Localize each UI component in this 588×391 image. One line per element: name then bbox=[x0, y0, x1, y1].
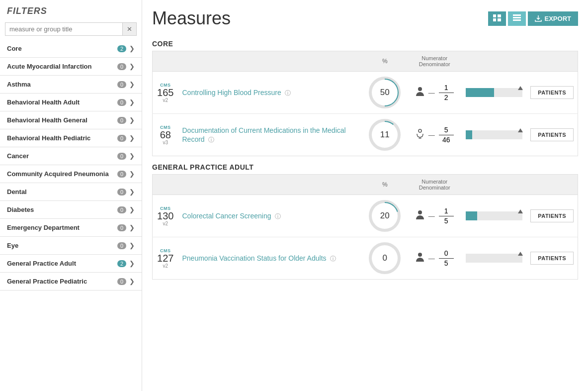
bar-marker-gpa-0 bbox=[518, 209, 523, 213]
section-title-gpa: GENERAL PRACTICE ADULT bbox=[152, 163, 578, 171]
cms-version: v2 bbox=[157, 221, 174, 226]
sidebar-item-dental[interactable]: Dental0❯ bbox=[0, 183, 142, 201]
info-icon-gpa-0: ⓘ bbox=[275, 213, 281, 220]
sidebar-arrow-cancer: ❯ bbox=[129, 152, 135, 160]
circle-value-core-0: 50 bbox=[372, 80, 398, 105]
sidebar-arrow-dental: ❯ bbox=[129, 188, 135, 196]
measure-row-gpa-1: CMS 127 v2 Pneumonia Vaccination Status … bbox=[153, 237, 578, 280]
view-list-button[interactable] bbox=[508, 11, 526, 26]
nd-cell-gpa-0: — 1 5 bbox=[407, 195, 462, 237]
view-card-button[interactable] bbox=[488, 11, 506, 26]
cms-cell-gpa-0: CMS 130 v2 bbox=[153, 195, 178, 237]
cms-cell-gpa-1: CMS 127 v2 bbox=[153, 237, 178, 280]
sidebar-item-ed[interactable]: Emergency Department0❯ bbox=[0, 219, 142, 237]
measure-name-link-core-0[interactable]: Controlling High Blood Pressure bbox=[182, 89, 281, 97]
measure-name-cell-core-1: Documentation of Current Medications in … bbox=[178, 114, 363, 156]
measure-name-link-core-1[interactable]: Documentation of Current Medications in … bbox=[182, 126, 346, 143]
sidebar-item-label-dental: Dental bbox=[7, 188, 117, 196]
sidebar-item-asthma[interactable]: Asthma0❯ bbox=[0, 76, 142, 94]
sidebar-arrow-core: ❯ bbox=[129, 45, 135, 52]
nd-fraction-gpa-0: 1 5 bbox=[439, 207, 454, 225]
search-clear-button[interactable]: ✕ bbox=[123, 22, 137, 36]
sidebar-arrow-ed: ❯ bbox=[129, 224, 135, 231]
svg-rect-6 bbox=[513, 19, 521, 21]
denominator-core-0: 2 bbox=[444, 94, 448, 102]
svg-point-7 bbox=[418, 87, 422, 91]
patients-button-core-0[interactable]: PATIENTS bbox=[530, 86, 574, 99]
sidebar-item-label-core: Core bbox=[7, 45, 117, 52]
export-label: EXPORT bbox=[545, 15, 571, 22]
sidebar-item-label-gpp: General Practice Pediatric bbox=[7, 278, 117, 285]
bar-cell-gpa-1 bbox=[462, 237, 526, 280]
sidebar-item-gpp[interactable]: General Practice Pediatric0❯ bbox=[0, 273, 142, 291]
bar-bg-gpa-0 bbox=[466, 211, 522, 220]
patients-cell-core-0: PATIENTS bbox=[526, 72, 578, 114]
page-title: Measures bbox=[152, 8, 231, 29]
bar-cell-gpa-0 bbox=[462, 195, 526, 237]
svg-rect-0 bbox=[493, 14, 496, 17]
sidebar-badge-bhg: 0 bbox=[117, 117, 126, 124]
col-nd: Numerator Denominator bbox=[407, 175, 462, 195]
col-percent: % bbox=[362, 175, 407, 195]
bar-marker-core-0 bbox=[518, 86, 523, 90]
measure-name-link-gpa-0[interactable]: Colorectal Cancer Screening bbox=[182, 212, 271, 220]
cms-number: 127 bbox=[157, 253, 174, 263]
nd-person-icon-core-0 bbox=[416, 87, 424, 98]
sidebar-badge-gpa: 2 bbox=[117, 260, 126, 267]
sidebar-item-bhg[interactable]: Behavioral Health General0❯ bbox=[0, 111, 142, 129]
denominator-core-1: 46 bbox=[442, 136, 450, 144]
sidebar-arrow-bhp: ❯ bbox=[129, 134, 135, 142]
sidebar-item-gpa[interactable]: General Practice Adult2❯ bbox=[0, 255, 142, 273]
bar-container-gpa-0 bbox=[466, 208, 522, 223]
patients-cell-gpa-0: PATIENTS bbox=[526, 195, 578, 237]
col-nd: Numerator Denominator bbox=[407, 51, 462, 72]
patients-button-core-1[interactable]: PATIENTS bbox=[530, 128, 574, 141]
cms-version: v2 bbox=[157, 98, 174, 103]
percent-cell-gpa-1: 0 bbox=[362, 237, 407, 280]
sidebar-item-label-bhg: Behavioral Health General bbox=[7, 116, 117, 124]
sidebar-badge-dental: 0 bbox=[117, 189, 126, 196]
sidebar-arrow-diabetes: ❯ bbox=[129, 206, 135, 213]
sidebar-item-bha[interactable]: Behavioral Health Adult0❯ bbox=[0, 94, 142, 111]
sidebar-badge-cap: 0 bbox=[117, 171, 126, 178]
nd-fraction-core-0: 1 2 bbox=[439, 84, 454, 102]
percent-cell-gpa-0: 20 bbox=[362, 195, 407, 237]
main-content: Measures EXPORT CORE % Numerator Denomin… bbox=[142, 0, 588, 391]
sidebar-item-core[interactable]: Core2❯ bbox=[0, 40, 142, 58]
sidebar-item-cap[interactable]: Community Acquired Pneumonia0❯ bbox=[0, 165, 142, 183]
sidebar-badge-diabetes: 0 bbox=[117, 206, 126, 213]
measure-row-core-0: CMS 165 v2 Controlling High Blood Pressu… bbox=[153, 72, 578, 114]
search-input[interactable] bbox=[5, 22, 123, 36]
sidebar-badge-ami: 0 bbox=[117, 63, 126, 70]
patients-button-gpa-0[interactable]: PATIENTS bbox=[530, 209, 574, 222]
sidebar-item-label-bha: Behavioral Health Adult bbox=[7, 98, 117, 106]
sidebar-badge-asthma: 0 bbox=[117, 81, 126, 88]
sidebar-item-label-ami: Acute Myocardial Infarction bbox=[7, 63, 117, 70]
circle-gauge-gpa-1: 0 bbox=[369, 242, 401, 274]
patients-button-gpa-1[interactable]: PATIENTS bbox=[530, 252, 574, 265]
sidebar-item-ami[interactable]: Acute Myocardial Infarction0❯ bbox=[0, 58, 142, 76]
sidebar-arrow-cap: ❯ bbox=[129, 170, 135, 178]
export-button[interactable]: EXPORT bbox=[528, 11, 578, 26]
measure-name-cell-gpa-1: Pneumonia Vaccination Status for Older A… bbox=[178, 237, 363, 280]
numerator-core-0: 1 bbox=[444, 84, 448, 92]
sidebar: FILTERS ✕ Core2❯Acute Myocardial Infarct… bbox=[0, 0, 142, 391]
section-title-core: CORE bbox=[152, 40, 578, 48]
measure-name-cell-core-0: Controlling High Blood Pressure ⓘ bbox=[178, 72, 363, 114]
cms-label: CMS bbox=[157, 83, 174, 88]
bar-marker-gpa-1 bbox=[518, 252, 523, 256]
measure-name-link-gpa-1[interactable]: Pneumonia Vaccination Status for Older A… bbox=[182, 254, 327, 262]
bar-fill-gpa-0 bbox=[466, 211, 477, 220]
numerator-gpa-1: 0 bbox=[444, 249, 448, 258]
svg-point-12 bbox=[418, 253, 422, 257]
sidebar-item-diabetes[interactable]: Diabetes0❯ bbox=[0, 201, 142, 219]
sidebar-arrow-bha: ❯ bbox=[129, 98, 135, 106]
sidebar-arrow-bhg: ❯ bbox=[129, 116, 135, 124]
sidebar-arrow-asthma: ❯ bbox=[129, 81, 135, 88]
sidebar-item-bhp[interactable]: Behavioral Health Pediatric0❯ bbox=[0, 129, 142, 147]
sidebar-item-eye[interactable]: Eye0❯ bbox=[0, 237, 142, 255]
circle-value-gpa-1: 0 bbox=[372, 245, 398, 271]
svg-rect-1 bbox=[493, 18, 496, 21]
sidebar-item-cancer[interactable]: Cancer0❯ bbox=[0, 147, 142, 165]
cms-version: v3 bbox=[157, 140, 174, 145]
